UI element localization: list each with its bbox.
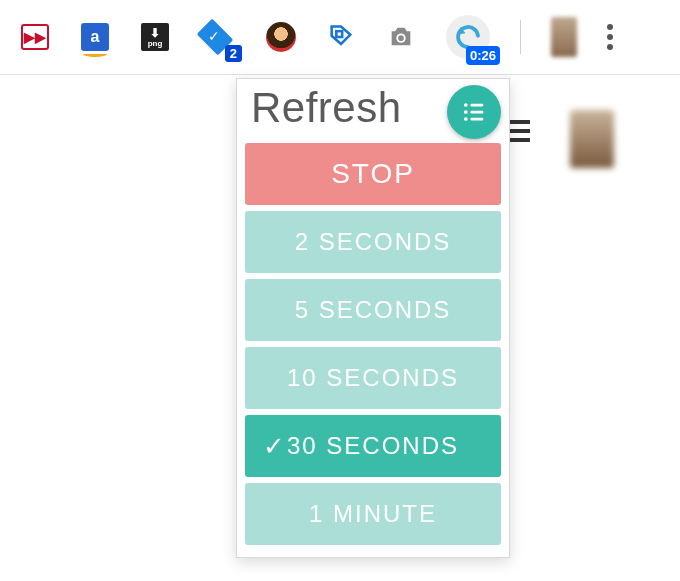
svg-point-2 — [398, 35, 404, 41]
refresh-popup: Refresh STOP 2 SECONDS 5 SECONDS 10 SECO… — [236, 78, 510, 558]
popup-header: Refresh — [237, 79, 509, 137]
list-button[interactable] — [447, 85, 501, 139]
inbox-extension-icon[interactable]: ✓ 2 — [200, 22, 230, 52]
toolbar-divider — [520, 20, 521, 54]
png-download-extension-icon[interactable]: ⬇png — [140, 22, 170, 52]
interval-label: 10 SECONDS — [287, 364, 459, 392]
svg-rect-7 — [471, 111, 484, 114]
interval-option-1m[interactable]: 1 MINUTE — [245, 483, 501, 545]
interval-option-2s[interactable]: 2 SECONDS — [245, 211, 501, 273]
interval-label: 30 SECONDS — [287, 432, 459, 460]
browser-toolbar: ▶▶ a ⬇png ✓ 2 0:26 — [0, 0, 680, 75]
check-icon: ✓ — [263, 431, 287, 462]
overflow-menu-icon[interactable] — [607, 24, 613, 50]
fast-forward-extension-icon[interactable]: ▶▶ — [20, 22, 50, 52]
interval-option-30s[interactable]: ✓ 30 SECONDS — [245, 415, 501, 477]
tag-extension-icon[interactable] — [326, 22, 356, 52]
interval-label: 1 MINUTE — [309, 500, 437, 528]
amazon-letter: a — [91, 28, 100, 46]
svg-rect-0 — [336, 31, 342, 37]
interval-label: 2 SECONDS — [295, 228, 452, 256]
inbox-badge: 2 — [225, 45, 242, 62]
svg-rect-6 — [471, 104, 484, 107]
avatar-extension-icon[interactable] — [266, 22, 296, 52]
svg-point-3 — [464, 103, 468, 107]
svg-rect-8 — [471, 118, 484, 121]
profile-avatar[interactable] — [551, 17, 577, 57]
amazon-extension-icon[interactable]: a — [80, 22, 110, 52]
list-icon — [460, 98, 488, 126]
svg-point-4 — [464, 110, 468, 114]
interval-option-10s[interactable]: 10 SECONDS — [245, 347, 501, 409]
svg-point-5 — [464, 117, 468, 121]
page-menu-icon[interactable] — [508, 120, 530, 142]
camera-extension-icon[interactable] — [386, 22, 416, 52]
png-label: png — [148, 39, 163, 48]
stop-button[interactable]: STOP — [245, 143, 501, 205]
page-avatar[interactable] — [570, 110, 614, 168]
interval-label: 5 SECONDS — [295, 296, 452, 324]
refresh-timer-badge: 0:26 — [466, 46, 500, 65]
popup-title: Refresh — [251, 84, 402, 132]
refresh-extension-icon[interactable]: 0:26 — [446, 15, 490, 59]
interval-option-5s[interactable]: 5 SECONDS — [245, 279, 501, 341]
stop-label: STOP — [331, 158, 415, 190]
